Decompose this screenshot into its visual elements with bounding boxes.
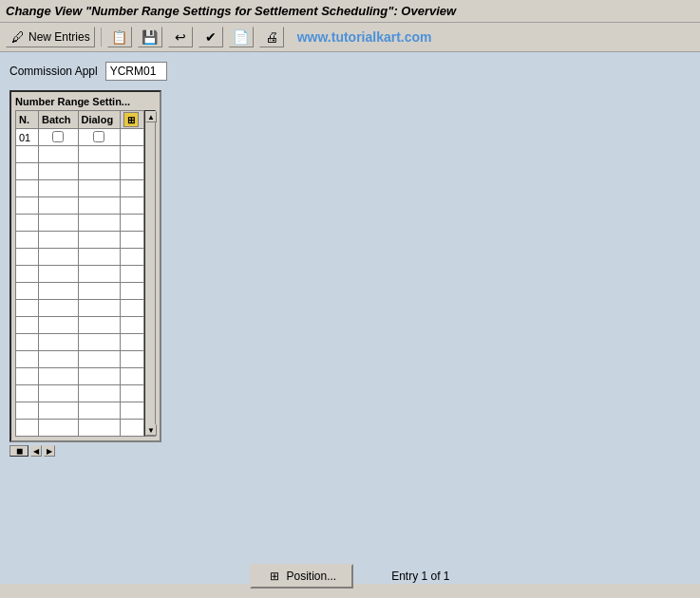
cell-num	[16, 232, 39, 249]
cell-num	[16, 266, 39, 283]
cell-dialog	[78, 385, 120, 402]
cell-icon	[120, 402, 143, 420]
cell-icon	[120, 146, 143, 163]
table-row	[16, 368, 144, 385]
h-scroll-left-btn[interactable]: ◀	[30, 445, 42, 457]
cell-batch	[39, 402, 78, 420]
cell-dialog	[78, 129, 120, 146]
table-title: Number Range Settin...	[15, 96, 156, 107]
cell-dialog	[78, 334, 120, 351]
watermark-text: www.tutorialkart.com	[297, 29, 432, 45]
h-scroll-right-btn[interactable]: ▶	[44, 445, 55, 457]
cell-batch	[39, 146, 78, 163]
cell-batch	[39, 368, 78, 385]
cell-dialog	[78, 249, 120, 266]
cell-num	[16, 249, 39, 266]
cell-icon	[120, 317, 143, 334]
cell-icon	[120, 266, 143, 283]
cell-dialog	[78, 163, 120, 180]
batch-checkbox[interactable]	[52, 131, 64, 142]
table-row	[16, 351, 144, 368]
cell-dialog	[78, 300, 120, 317]
commission-label: Commission Appl	[9, 65, 98, 78]
table-row	[16, 385, 144, 402]
cell-batch	[39, 317, 78, 334]
new-entries-button[interactable]: 🖊 New Entries	[6, 27, 95, 47]
cell-dialog	[78, 146, 120, 163]
cell-batch	[39, 163, 78, 180]
position-label: Position...	[286, 570, 336, 583]
table-row	[16, 215, 144, 232]
h-scroll-thumb[interactable]: ◼	[9, 445, 28, 457]
cell-dialog	[78, 232, 120, 249]
cell-dialog	[78, 283, 120, 300]
cell-icon	[120, 249, 143, 266]
cell-batch	[39, 334, 78, 351]
col-header-num: N.	[16, 111, 39, 129]
cell-dialog	[78, 351, 120, 368]
table-row	[16, 420, 144, 437]
col-header-dialog: Dialog	[78, 111, 120, 129]
cell-batch	[39, 266, 78, 283]
copy-icon-btn[interactable]: 📋	[107, 27, 132, 47]
new-entries-icon: 🖊	[10, 29, 26, 45]
cell-dialog	[78, 420, 120, 437]
cell-icon	[120, 180, 143, 197]
save-icon-btn[interactable]: 💾	[138, 27, 162, 47]
cell-num	[16, 317, 39, 334]
cell-dialog	[78, 215, 120, 232]
cell-icon	[120, 385, 143, 402]
table-row	[16, 402, 144, 420]
position-button[interactable]: ⊞ Position...	[250, 564, 353, 589]
cell-num	[16, 283, 39, 300]
cell-icon	[120, 300, 143, 317]
h-scroll-bar: ◼ ◀ ▶	[9, 444, 161, 458]
cell-num	[16, 420, 39, 437]
col-header-batch: Batch	[39, 111, 78, 129]
cell-num	[16, 334, 39, 351]
cell-icon	[120, 197, 143, 215]
title-bar: Change View "Number Range Settings for S…	[0, 0, 700, 23]
undo-icon-btn[interactable]: ↩	[168, 27, 193, 47]
doc-icon: 📄	[234, 29, 249, 45]
scroll-down-btn[interactable]: ▼	[145, 424, 157, 436]
cell-icon	[120, 351, 143, 368]
table-row	[16, 249, 144, 266]
cell-num	[16, 146, 39, 163]
cell-batch	[39, 215, 78, 232]
cell-dialog	[78, 402, 120, 420]
cell-batch	[39, 351, 78, 368]
cell-batch	[39, 385, 78, 402]
print-icon-btn[interactable]: 🖨	[259, 27, 284, 47]
col-header-icon[interactable]: ⊞	[120, 111, 143, 129]
cell-dialog	[78, 180, 120, 197]
cell-dialog	[78, 266, 120, 283]
entry-info: Entry 1 of 1	[391, 570, 449, 583]
cell-num	[16, 197, 39, 215]
dialog-checkbox[interactable]	[93, 131, 104, 142]
copy-icon: 📋	[112, 29, 127, 45]
doc-icon-btn[interactable]: 📄	[229, 27, 254, 47]
data-table: N. Batch Dialog ⊞ 01	[15, 110, 144, 437]
cell-dialog	[78, 317, 120, 334]
table-row	[16, 197, 144, 215]
cell-dialog	[78, 197, 120, 215]
cell-batch	[39, 129, 78, 146]
check-icon-btn[interactable]: ✔	[199, 27, 223, 47]
undo-icon: ↩	[173, 29, 188, 45]
cell-batch	[39, 420, 78, 437]
cell-icon	[120, 334, 143, 351]
cell-num	[16, 180, 39, 197]
cell-icon	[120, 420, 143, 437]
table-row	[16, 266, 144, 283]
save-icon: 💾	[142, 29, 158, 45]
commission-row: Commission Appl	[9, 62, 691, 81]
print-icon: 🖨	[264, 29, 279, 45]
table-row	[16, 283, 144, 300]
toolbar-separator	[101, 28, 102, 47]
cell-num	[16, 385, 39, 402]
column-settings-icon[interactable]: ⊞	[123, 112, 139, 127]
scroll-up-btn[interactable]: ▲	[145, 111, 157, 122]
commission-input[interactable]	[105, 62, 167, 81]
cell-icon	[120, 232, 143, 249]
